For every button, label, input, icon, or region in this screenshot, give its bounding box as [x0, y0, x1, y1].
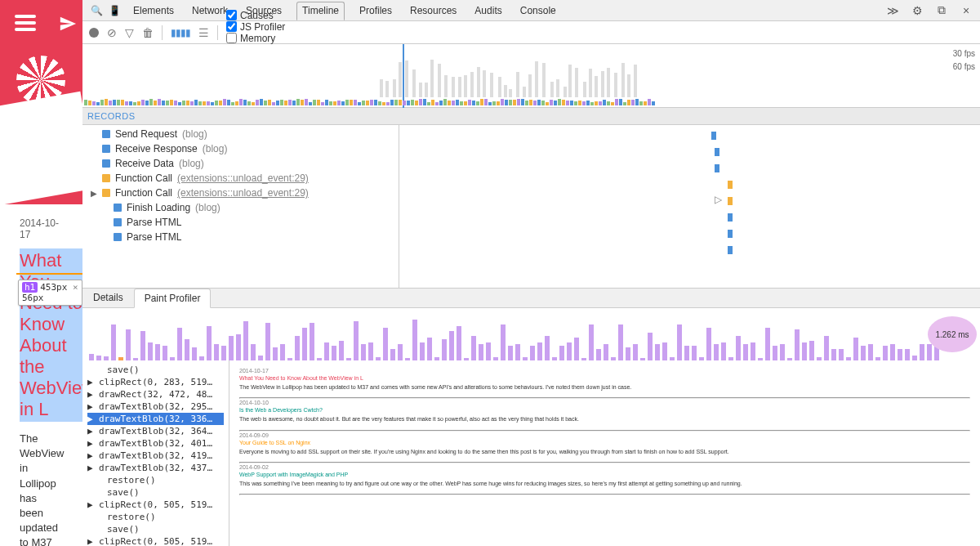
paint-bar[interactable]: [890, 344, 895, 360]
record-item[interactable]: Send Request (blog): [91, 127, 399, 141]
paint-bar[interactable]: [236, 334, 241, 360]
paint-bar[interactable]: [677, 324, 682, 360]
paint-log-line[interactable]: save(): [87, 364, 224, 376]
paint-bar[interactable]: [346, 358, 351, 360]
paint-bar[interactable]: [648, 333, 653, 360]
checkbox[interactable]: [226, 10, 237, 20]
paint-bar[interactable]: [530, 346, 535, 360]
gc-icon[interactable]: 🗑: [142, 26, 154, 39]
paint-bar[interactable]: [883, 346, 888, 360]
paint-bar[interactable]: [170, 357, 175, 360]
paint-bar[interactable]: [751, 342, 755, 360]
paint-bar[interactable]: [486, 342, 491, 360]
paint-bar[interactable]: [280, 344, 285, 360]
paint-bar[interactable]: [831, 349, 836, 360]
paint-bar[interactable]: [390, 349, 395, 360]
paint-bar[interactable]: [376, 357, 381, 360]
paint-bar[interactable]: [412, 320, 417, 360]
post[interactable]: 2014-10-17What You Need to Know About th…: [20, 217, 63, 546]
paint-log-line[interactable]: ▶clipRect(0, 505, 519…: [87, 535, 224, 546]
paint-log-line[interactable]: ▶drawTextBlob(32, 401…: [87, 437, 224, 450]
paint-bar[interactable]: [662, 342, 667, 360]
paint-bar[interactable]: [912, 356, 917, 360]
paint-bar[interactable]: [96, 356, 101, 360]
paint-log-line[interactable]: restore(): [87, 474, 224, 486]
record-item[interactable]: Parse HTML: [91, 215, 399, 230]
paint-bar[interactable]: [221, 346, 226, 360]
paint-bar[interactable]: [361, 344, 366, 360]
paint-bar[interactable]: [155, 344, 160, 360]
checkbox[interactable]: [226, 21, 237, 32]
paint-bar[interactable]: [611, 357, 616, 360]
record-item[interactable]: Parse HTML: [91, 230, 399, 244]
devtools-tab-resources[interactable]: Resources: [407, 2, 460, 20]
paint-bar[interactable]: [765, 328, 770, 360]
paint-bar[interactable]: [626, 347, 630, 360]
paint-log-line[interactable]: ▶clipRect(0, 505, 519…: [87, 499, 224, 511]
paint-bar[interactable]: [449, 331, 454, 360]
paint-bar[interactable]: [655, 344, 660, 360]
paint-log-line[interactable]: ▶drawRect(32, 472, 48…: [87, 388, 224, 401]
paint-bar[interactable]: [479, 344, 483, 360]
timeline-overview[interactable]: 30 fps 60 fps: [82, 44, 980, 108]
devtools-tab-elements[interactable]: Elements: [130, 2, 177, 20]
paint-log[interactable]: save()▶clipRect(0, 283, 519…▶drawRect(32…: [82, 360, 229, 546]
paint-bar[interactable]: [670, 357, 675, 360]
paint-bar[interactable]: [633, 344, 638, 360]
check-memory[interactable]: Memory: [226, 33, 285, 44]
paint-bar[interactable]: [868, 344, 873, 360]
paint-bar[interactable]: [545, 336, 550, 360]
paint-bar[interactable]: [802, 342, 807, 360]
record-icon[interactable]: [89, 28, 99, 38]
framechart-view-icon[interactable]: ▮▮▮▮: [171, 27, 190, 38]
paint-bar[interactable]: [596, 349, 601, 360]
paint-bar[interactable]: [457, 326, 461, 360]
paint-bar[interactable]: [795, 329, 800, 360]
drawer-icon[interactable]: ≫: [884, 4, 902, 17]
paint-bar[interactable]: [567, 342, 572, 360]
paint-bar[interactable]: [258, 356, 263, 360]
paint-bar[interactable]: [229, 336, 234, 360]
paint-bar[interactable]: [787, 358, 792, 360]
paint-bar[interactable]: [148, 342, 153, 360]
device-icon[interactable]: 📱: [105, 5, 123, 16]
paint-profiler-chart[interactable]: 1.262 ms: [82, 308, 980, 360]
paint-bar[interactable]: [464, 358, 469, 360]
paint-bar[interactable]: [493, 357, 498, 360]
paint-bar[interactable]: [684, 346, 689, 360]
paint-bar[interactable]: [383, 328, 388, 360]
step-icon[interactable]: ▷: [715, 194, 722, 205]
paint-bar[interactable]: [354, 321, 359, 360]
paint-bar[interactable]: [699, 357, 704, 360]
record-item[interactable]: ▶Function Call (extensions::unload_event…: [91, 186, 399, 200]
paint-bar[interactable]: [339, 341, 344, 360]
paint-bar[interactable]: [552, 357, 557, 360]
record-item[interactable]: Finish Loading (blog): [91, 200, 399, 215]
paint-bar[interactable]: [427, 338, 432, 360]
paint-bar[interactable]: [207, 326, 212, 360]
paint-bar[interactable]: [508, 346, 513, 360]
paint-log-line[interactable]: ▶drawTextBlob(32, 364…: [87, 425, 224, 437]
paint-bar[interactable]: [640, 358, 645, 360]
paint-bar[interactable]: [618, 324, 623, 360]
paint-bar[interactable]: [758, 358, 763, 360]
paint-bar[interactable]: [920, 344, 924, 360]
sub-tab-paint-profiler[interactable]: Paint Profiler: [134, 289, 212, 308]
paint-bar[interactable]: [126, 329, 131, 360]
paint-bar[interactable]: [861, 346, 866, 360]
paint-bar[interactable]: [324, 342, 329, 360]
paint-bar[interactable]: [839, 349, 844, 360]
paint-bar[interactable]: [111, 324, 116, 360]
devtools-tab-audits[interactable]: Audits: [471, 2, 505, 20]
paint-bar[interactable]: [927, 344, 932, 360]
paint-log-line[interactable]: ▶drawTextBlob(32, 336…: [87, 413, 224, 425]
inspect-icon[interactable]: 🔍: [87, 5, 105, 16]
paint-bar[interactable]: [574, 338, 579, 360]
paint-bar[interactable]: [214, 344, 219, 360]
paint-bar[interactable]: [809, 341, 814, 360]
paint-bar[interactable]: [199, 356, 204, 360]
paint-log-line[interactable]: ▶drawTextBlob(32, 419…: [87, 450, 224, 462]
close-icon[interactable]: ×: [957, 4, 975, 17]
paint-bar[interactable]: [471, 336, 476, 360]
paint-log-line[interactable]: ▶drawTextBlob(32, 295…: [87, 401, 224, 413]
